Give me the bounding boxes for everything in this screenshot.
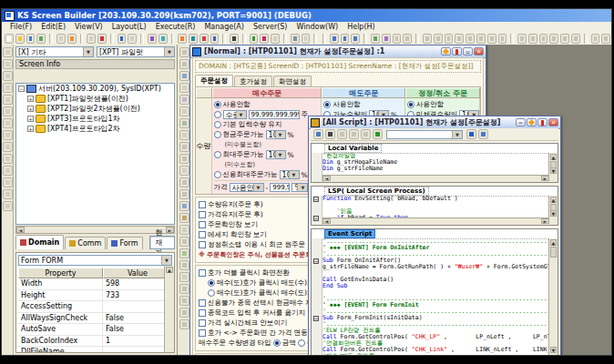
script-grid-icon[interactable] [313,129,323,139]
palette-icon[interactable] [179,225,189,235]
radio-option[interactable] [214,131,221,138]
tool-icon-disabled[interactable] [601,34,610,44]
tool-icon-disabled[interactable] [517,34,527,44]
scroll-right-icon[interactable]: ► [541,218,549,224]
palette-icon[interactable] [179,95,189,105]
tool-icon-disabled[interactable] [445,34,454,44]
menu-item[interactable]: Manage(A) [200,23,249,31]
palette-icon[interactable] [179,189,189,199]
palette-icon[interactable] [179,130,189,140]
open-icon[interactable] [15,34,25,44]
category-dropdown[interactable]: [X] 기타 ▼ [15,46,94,57]
window-icon[interactable] [230,34,239,44]
palette-icon[interactable] [179,71,189,81]
scroll-thumb[interactable] [550,247,557,258]
tool-icon[interactable] [3,59,13,69]
tab-domain[interactable]: Domain [15,235,64,249]
align-icon[interactable] [341,34,350,44]
tool-icon[interactable] [3,71,13,81]
checkbox-option[interactable] [199,221,206,228]
palette-icon[interactable] [179,166,189,176]
expander-icon[interactable]: + [27,126,34,132]
table-teal-icon[interactable] [189,34,198,44]
code-area[interactable]: '환경파일명Dim g_strHogaFileNameDim g_strFile… [322,153,549,176]
tool-icon[interactable] [3,106,13,116]
checkbox-option[interactable] [199,231,206,238]
checkbox-option[interactable] [199,299,206,307]
tool-icon-disabled[interactable] [498,34,507,44]
scroll-right-icon[interactable]: ► [541,176,549,181]
scroll-down-icon[interactable]: ▼ [550,347,557,353]
chevron-down-icon[interactable]: ▼ [289,170,299,179]
tool-icon-disabled[interactable] [434,34,443,44]
expander-icon[interactable]: + [27,106,34,112]
tool-icon-disabled[interactable] [423,34,432,44]
record-icon[interactable] [260,34,269,44]
tree-item[interactable]: +[XPT1]파일럿샘플(이전) [16,94,174,104]
property-row[interactable]: BackColorIndex1 [18,336,172,348]
minimize-button[interactable]: − [516,118,526,126]
radio-option[interactable] [214,111,221,118]
radio-option[interactable] [214,121,221,128]
form-tab-item[interactable]: 호가설정 [234,76,272,86]
grid-green-icon[interactable] [371,34,380,44]
undo-icon[interactable] [118,34,127,44]
tree-item[interactable]: +[XPT4]프로토타입2차 [16,124,174,134]
palette-icon[interactable] [179,83,189,93]
outline-marker-icon[interactable]: − [313,316,319,321]
tool-icon-disabled[interactable] [560,34,569,44]
tool-icon[interactable] [3,177,13,187]
checkbox-option[interactable] [199,211,206,218]
save-script-icon[interactable] [478,129,488,139]
chevron-down-icon[interactable]: ▼ [297,183,307,192]
chevron-down-icon[interactable]: ▼ [275,130,285,139]
palette-icon[interactable] [179,319,189,329]
combo-box[interactable]: 사용안함▼ [230,183,264,192]
align-icon[interactable] [330,34,339,44]
tree-root[interactable]: −서버(203.109.30.209), SysID(XPT) [16,84,174,94]
property-grid-vscrollbar[interactable]: ▲ [164,266,174,352]
tool-icon-disabled[interactable] [528,34,537,44]
outline-marker-icon[interactable]: − [313,197,319,202]
checkbox-option[interactable] [199,309,206,317]
palette-icon[interactable] [179,47,189,57]
menu-item[interactable]: Server(S) [249,23,292,31]
scroll-left-icon[interactable]: ◄ [322,176,331,181]
combo-box[interactable]: 100▼ [280,170,300,179]
scroll-up-icon[interactable]: ▲ [166,267,173,273]
tool-icon-disabled[interactable] [128,34,137,44]
system-dropdown[interactable]: [XPT] 파일럿 ▼ [97,46,175,57]
radio-option[interactable] [214,101,221,108]
checkbox-option[interactable] [199,319,206,327]
normal-window-titlebar[interactable]: [Normal] : [HTP01101] 현재가 설정[주문설정] :1 ▫ … [190,46,486,58]
scroll-up-icon[interactable]: ▲ [550,197,557,203]
save-icon[interactable] [26,34,36,44]
align-icon[interactable] [351,34,360,44]
combo-box[interactable]: 100▼ [266,130,286,139]
form-tab-item[interactable]: 화면설정 [273,76,312,86]
pin-top-button[interactable] [527,118,537,126]
close-button[interactable]: ✕ [548,118,558,126]
palette-icon[interactable] [179,272,189,282]
chevron-down-icon[interactable]: ▼ [275,150,285,159]
property-row[interactable]: AccessSetting [18,301,172,313]
tool-icon-disabled[interactable] [87,34,96,44]
table-red-icon[interactable] [200,34,209,44]
tool-icon-disabled[interactable] [403,34,412,44]
run-out-icon[interactable] [466,129,476,139]
tab-form[interactable]: Form [107,237,142,249]
scroll-left-icon[interactable]: ◄ [322,218,331,224]
combo-box[interactable]: 100▼ [266,150,286,159]
table-orange-icon[interactable] [178,34,187,44]
chevron-down-icon[interactable]: ▼ [164,47,174,56]
flag-icon[interactable] [97,34,107,44]
tool-icon[interactable] [3,83,13,93]
new-icon[interactable] [5,34,14,44]
palette-icon[interactable] [179,201,189,211]
tool-icon-disabled[interactable] [271,34,280,44]
pane-vscrollbar[interactable]: ▲▼ [548,196,558,225]
chevron-down-icon[interactable]: ▼ [83,47,93,56]
menu-item[interactable]: Layout(L) [107,23,151,31]
tool-icon[interactable] [3,118,13,128]
palette-icon[interactable] [179,260,189,270]
